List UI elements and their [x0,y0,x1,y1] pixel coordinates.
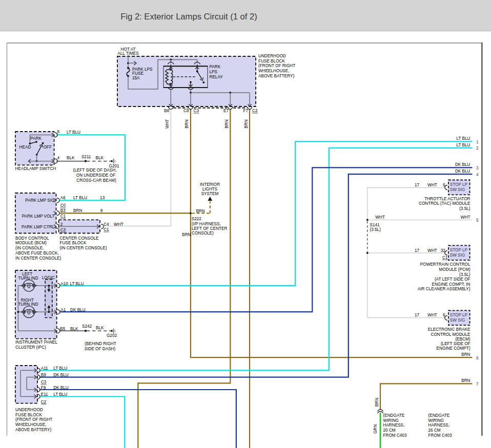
svg-text:(I/P HARNESS,: (I/P HARNESS, [192,222,221,226]
svg-text:BRN: BRN [73,208,82,213]
svg-text:BLK: BLK [70,327,78,331]
svg-text:INTERIOR: INTERIOR [200,182,220,187]
svg-text:DK BLU: DK BLU [53,373,69,377]
svg-text:LT BLU: LT BLU [73,196,87,200]
svg-text:CONSOLE): CONSOLE) [192,231,214,236]
svg-text:(ENDGATE: (ENDGATE [428,413,450,418]
svg-text:SW SIG: SW SIG [450,187,465,192]
svg-text:(EBCM): (EBCM) [455,337,470,342]
svg-text:LT BLU: LT BLU [457,136,470,141]
svg-text:C8: C8 [183,109,189,113]
svg-text:CONTROL MODULE: CONTROL MODULE [431,332,470,337]
svg-text:LT BLU: LT BLU [457,143,470,147]
svg-text:BLK: BLK [96,156,104,160]
svg-text:E11: E11 [41,392,48,397]
svg-text:C1: C1 [442,255,448,260]
svg-text:BRN: BRN [196,209,204,214]
svg-text:LT BLU: LT BLU [53,366,67,371]
svg-text:STOP LP: STOP LP [450,182,468,187]
svg-text:LT BLU: LT BLU [67,130,80,135]
svg-text:ABOVE BATTERY): ABOVE BATTERY) [258,74,294,78]
svg-text:WHT: WHT [427,248,437,253]
svg-text:WHT: WHT [114,222,124,227]
svg-text:3: 3 [476,166,479,170]
svg-text:C2: C2 [41,400,47,404]
svg-text:6: 6 [476,356,479,360]
svg-text:ENGINE COMPT, IN: ENGINE COMPT, IN [432,282,470,287]
svg-text:(FRONT OF RIGHT: (FRONT OF RIGHT [258,63,295,68]
svg-text:(IN CENTER CONSOLE): (IN CENTER CONSOLE) [60,246,107,250]
svg-text:(FRONT OF RIGHT: (FRONT OF RIGHT [15,417,52,422]
svg-text:2: 2 [476,146,479,151]
svg-text:C3: C3 [194,109,199,113]
svg-text:4: 4 [476,173,479,177]
svg-text:C3: C3 [60,228,66,232]
svg-text:C4: C4 [104,222,109,227]
svg-text:CONTROL (TAC) MODULE: CONTROL (TAC) MODULE [419,201,470,206]
svg-text:13: 13 [100,196,105,200]
svg-text:5: 5 [476,218,479,223]
svg-text:LT BLU: LT BLU [53,392,67,397]
svg-text:WHEELHOUSE,: WHEELHOUSE, [258,69,290,73]
svg-text:UNDERHOOD: UNDERHOOD [258,54,286,58]
svg-text:9: 9 [100,208,103,213]
svg-text:6: 6 [443,183,445,187]
svg-text:PARK LMP VOLT: PARK LMP VOLT [22,214,55,219]
svg-text:LEFT OF CENTER: LEFT OF CENTER [192,226,228,231]
svg-text:WIRING: WIRING [383,418,399,423]
svg-text:POWERTRAIN CONTROL: POWERTRAIN CONTROL [420,262,470,267]
svg-text:THROTTLE ACTUATOR: THROTTLE ACTUATOR [424,197,470,201]
svg-text:B5: B5 [60,327,65,331]
svg-text:OFF: OFF [44,145,52,150]
svg-text:17: 17 [415,183,420,187]
svg-text:2: 2 [60,222,63,227]
svg-text:FUSE: FUSE [132,71,144,76]
svg-text:PARK LPS: PARK LPS [132,67,153,72]
svg-text:(3.5L): (3.5L) [459,206,470,211]
svg-text:15A: 15A [132,76,140,80]
svg-text:17: 17 [415,248,420,253]
svg-text:WHT: WHT [461,215,470,220]
svg-text:A6: A6 [60,196,66,200]
svg-text:(BEHIND RIGHT: (BEHIND RIGHT [85,342,116,346]
svg-text:(LEFT SIDE OF DASH,: (LEFT SIDE OF DASH, [73,168,117,173]
svg-text:A11: A11 [41,366,48,371]
svg-text:SIDE OF DASH): SIDE OF DASH) [85,347,116,351]
svg-text:BRN: BRN [375,398,379,407]
svg-text:WHT: WHT [165,119,170,129]
svg-text:WHT: WHT [427,313,437,317]
svg-text:S242: S242 [82,324,92,329]
svg-text:S141: S141 [370,223,380,227]
svg-text:HEADLAMP SWITCH: HEADLAMP SWITCH [15,166,56,171]
svg-text:MODULE (PCM): MODULE (PCM) [439,267,470,272]
svg-text:Fig 2: Exterior Lamps Circuit: Fig 2: Exterior Lamps Circuit (1 of 2) [120,12,257,22]
svg-text:LT BLU: LT BLU [70,282,84,286]
svg-text:F7: F7 [243,109,248,113]
svg-text:FROM C403: FROM C403 [428,433,452,438]
svg-text:PARK: PARK [30,136,42,141]
svg-text:(ENDGATE: (ENDGATE [383,413,405,418]
svg-text:FROM C403: FROM C403 [383,433,407,438]
svg-text:8: 8 [57,130,60,134]
svg-text:ENGINE COMPT): ENGINE COMPT) [437,346,470,351]
svg-text:BRN: BRN [182,232,191,237]
svg-text:WHT: WHT [427,183,437,187]
svg-text:B9: B9 [41,373,46,377]
svg-text:G202: G202 [107,333,117,338]
svg-text:FUSE BLOCK: FUSE BLOCK [258,59,285,63]
svg-text:GRN: GRN [373,424,378,434]
svg-text:WHEELHOUSE,: WHEELHOUSE, [15,422,47,427]
svg-text:BLK: BLK [67,156,75,160]
svg-text:(3.5L): (3.5L) [370,227,381,232]
svg-text:WHT: WHT [375,215,385,220]
svg-text:UNDERHOOD: UNDERHOOD [15,408,43,412]
svg-text:F9: F9 [41,386,46,390]
svg-text:B3: B3 [60,208,66,213]
svg-text:AIR CLEANER ASSEMBLY): AIR CLEANER ASSEMBLY) [418,287,470,291]
svg-text:S211: S211 [81,155,91,159]
svg-text:(3.5L): (3.5L) [459,272,470,277]
svg-text:A1: A1 [60,308,66,312]
svg-text:1: 1 [476,140,479,144]
svg-text:B8: B8 [164,109,169,113]
svg-text:ABOVE FUSE BLOCK,: ABOVE FUSE BLOCK, [15,251,59,255]
